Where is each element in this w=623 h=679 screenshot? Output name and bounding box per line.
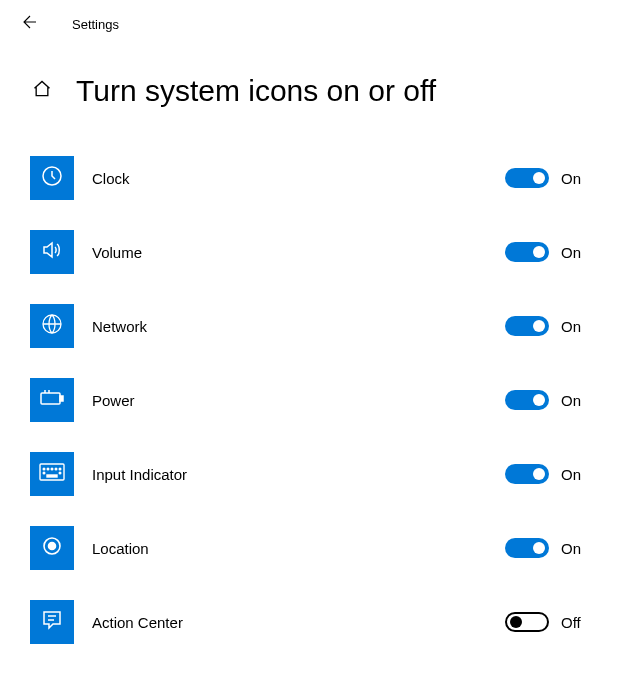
icon-tile bbox=[30, 526, 74, 570]
toggle-knob bbox=[533, 172, 545, 184]
setting-label: Input Indicator bbox=[92, 466, 505, 483]
toggle-knob bbox=[533, 468, 545, 480]
page-title: Turn system icons on or off bbox=[76, 74, 436, 108]
setting-label: Action Center bbox=[92, 614, 505, 631]
toggle-state-label: On bbox=[561, 244, 589, 261]
svg-point-7 bbox=[51, 468, 53, 470]
toggle-knob bbox=[533, 394, 545, 406]
toggle-knob bbox=[533, 320, 545, 332]
toggle-state-label: On bbox=[561, 318, 589, 335]
setting-label: Volume bbox=[92, 244, 505, 261]
keyboard-icon bbox=[39, 463, 65, 485]
toggle-group: On bbox=[505, 316, 589, 336]
toggle-switch[interactable] bbox=[505, 316, 549, 336]
setting-row: ClockOn bbox=[30, 156, 623, 200]
app-title: Settings bbox=[72, 17, 119, 32]
svg-rect-2 bbox=[41, 393, 60, 404]
icon-tile bbox=[30, 452, 74, 496]
back-button[interactable] bbox=[18, 12, 42, 36]
battery-icon bbox=[39, 388, 65, 412]
toggle-group: On bbox=[505, 390, 589, 410]
home-icon bbox=[32, 79, 52, 103]
setting-label: Power bbox=[92, 392, 505, 409]
volume-icon bbox=[40, 238, 64, 266]
icon-tile bbox=[30, 600, 74, 644]
toggle-switch[interactable] bbox=[505, 242, 549, 262]
setting-label: Network bbox=[92, 318, 505, 335]
toggle-state-label: Off bbox=[561, 614, 589, 631]
icon-tile bbox=[30, 230, 74, 274]
setting-row: LocationOn bbox=[30, 526, 623, 570]
toggle-switch[interactable] bbox=[505, 390, 549, 410]
home-button[interactable] bbox=[30, 79, 54, 103]
toggle-group: Off bbox=[505, 612, 589, 632]
setting-row: NetworkOn bbox=[30, 304, 623, 348]
setting-label: Location bbox=[92, 540, 505, 557]
icon-tile bbox=[30, 156, 74, 200]
toggle-knob bbox=[510, 616, 522, 628]
icon-tile bbox=[30, 304, 74, 348]
svg-rect-12 bbox=[47, 475, 57, 477]
toggle-switch[interactable] bbox=[505, 168, 549, 188]
svg-point-10 bbox=[43, 472, 45, 474]
toggle-state-label: On bbox=[561, 540, 589, 557]
svg-point-5 bbox=[43, 468, 45, 470]
globe-icon bbox=[40, 312, 64, 340]
setting-row: VolumeOn bbox=[30, 230, 623, 274]
svg-point-11 bbox=[59, 472, 61, 474]
svg-point-14 bbox=[49, 543, 56, 550]
setting-label: Clock bbox=[92, 170, 505, 187]
setting-row: Input IndicatorOn bbox=[30, 452, 623, 496]
toggle-knob bbox=[533, 246, 545, 258]
toggle-group: On bbox=[505, 242, 589, 262]
svg-point-8 bbox=[55, 468, 57, 470]
action-center-icon bbox=[40, 608, 64, 636]
setting-row: Action CenterOff bbox=[30, 600, 623, 644]
toggle-state-label: On bbox=[561, 170, 589, 187]
arrow-left-icon bbox=[21, 13, 39, 35]
toggle-state-label: On bbox=[561, 466, 589, 483]
svg-point-9 bbox=[59, 468, 61, 470]
toggle-state-label: On bbox=[561, 392, 589, 409]
toggle-group: On bbox=[505, 538, 589, 558]
setting-row: PowerOn bbox=[30, 378, 623, 422]
svg-point-6 bbox=[47, 468, 49, 470]
svg-rect-3 bbox=[60, 396, 63, 401]
toggle-switch[interactable] bbox=[505, 464, 549, 484]
toggle-switch[interactable] bbox=[505, 538, 549, 558]
location-icon bbox=[40, 534, 64, 562]
icon-tile bbox=[30, 378, 74, 422]
clock-icon bbox=[40, 164, 64, 192]
toggle-knob bbox=[533, 542, 545, 554]
toggle-group: On bbox=[505, 464, 589, 484]
toggle-switch[interactable] bbox=[505, 612, 549, 632]
toggle-group: On bbox=[505, 168, 589, 188]
